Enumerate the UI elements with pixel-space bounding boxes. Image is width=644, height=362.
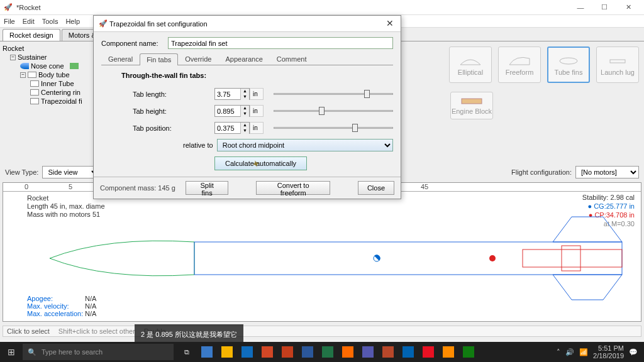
taskbar-apps: ⧉ bbox=[177, 343, 478, 361]
edit-icon[interactable] bbox=[70, 63, 79, 69]
taskview-icon[interactable]: ⧉ bbox=[177, 343, 196, 361]
collapse-icon[interactable]: − bbox=[10, 55, 16, 60]
menu-file[interactable]: File bbox=[4, 18, 15, 25]
minimize-button[interactable]: — bbox=[569, 0, 592, 15]
palette-freeform[interactable]: Freeform bbox=[498, 47, 541, 83]
rocket-canvas[interactable]: 051015202530354045 Rocket Length 45 in, … bbox=[3, 182, 641, 322]
down-arrow-icon[interactable]: ▼ bbox=[240, 94, 249, 100]
tab-length-input[interactable] bbox=[215, 90, 240, 98]
centering-ring-icon bbox=[30, 89, 39, 96]
relative-to-select[interactable]: Root chord midpoint bbox=[217, 139, 393, 151]
view-type-select[interactable]: Side view bbox=[42, 166, 100, 178]
app-icon-8[interactable] bbox=[338, 343, 357, 361]
elliptical-icon bbox=[459, 53, 482, 66]
collapse-icon[interactable]: − bbox=[20, 72, 26, 78]
window-title: *Rocket bbox=[16, 4, 569, 11]
tab-comment[interactable]: Comment bbox=[270, 53, 314, 65]
app-icon-9[interactable] bbox=[358, 343, 377, 361]
menu-help[interactable]: Help bbox=[65, 18, 80, 25]
down-arrow-icon[interactable]: ▼ bbox=[240, 128, 249, 134]
tab-height-label: Tab height: bbox=[133, 107, 214, 115]
split-fins-button[interactable]: Split fins bbox=[186, 181, 229, 195]
app-icon-3[interactable] bbox=[238, 343, 257, 361]
cg-value: ● CG:25.777 in bbox=[582, 202, 635, 211]
status-hint-2: Shift+click to select other bbox=[58, 327, 135, 335]
app-icon-5[interactable] bbox=[278, 343, 297, 361]
app-icon-12[interactable] bbox=[419, 343, 438, 361]
flight-config-select[interactable]: [No motors] bbox=[575, 166, 639, 178]
close-button[interactable]: ✕ bbox=[616, 0, 640, 15]
taskbar-clock[interactable]: 5:51 PM 2/18/2019 bbox=[593, 344, 624, 359]
app-icon-11[interactable] bbox=[399, 343, 418, 361]
app-icon-6[interactable] bbox=[298, 343, 317, 361]
tray-icon[interactable]: 🔊 bbox=[565, 348, 574, 356]
unit-label[interactable]: in bbox=[250, 88, 264, 100]
tab-position-label: Tab position: bbox=[133, 124, 214, 132]
tray-up-icon[interactable]: ˄ bbox=[557, 348, 560, 356]
down-arrow-icon[interactable]: ▼ bbox=[240, 111, 249, 117]
dialog-close-button[interactable]: ✕ bbox=[384, 18, 396, 30]
body-tube-icon bbox=[28, 72, 36, 78]
rocket-dims: Length 45 in, max. diame bbox=[27, 202, 105, 211]
palette-elliptical[interactable]: Elliptical bbox=[449, 47, 492, 83]
section-heading: Through-the-wall fin tabs: bbox=[121, 72, 393, 79]
tab-position-slider[interactable] bbox=[274, 122, 393, 134]
start-button[interactable]: ⊞ bbox=[0, 347, 23, 357]
component-name-label: Component name: bbox=[101, 40, 164, 47]
app-icon-1[interactable] bbox=[197, 343, 216, 361]
tab-position-input[interactable] bbox=[215, 124, 240, 132]
convert-freeform-button[interactable]: Convert to freeform bbox=[256, 181, 330, 195]
tube-fins-icon bbox=[557, 53, 580, 66]
svg-point-0 bbox=[560, 58, 577, 64]
app-icon-4[interactable] bbox=[258, 343, 277, 361]
tab-appearance[interactable]: Appearance bbox=[218, 53, 269, 65]
component-mass-label: Component mass: 145 g bbox=[100, 184, 175, 192]
unit-label[interactable]: in bbox=[250, 122, 264, 134]
app-icon-14[interactable] bbox=[459, 343, 478, 361]
cp-marker bbox=[489, 255, 496, 261]
notifications-icon[interactable]: 💬 bbox=[629, 348, 638, 356]
tab-height-slider[interactable] bbox=[274, 105, 393, 117]
up-arrow-icon[interactable]: ▲ bbox=[240, 89, 249, 94]
flight-info: Apogee:N/A Max. velocity:N/A Max. accele… bbox=[27, 295, 96, 317]
menu-edit[interactable]: Edit bbox=[23, 18, 35, 25]
tab-length-slider[interactable] bbox=[274, 88, 393, 100]
status-hint-1: Click to select bbox=[7, 327, 50, 335]
tab-length-spinner[interactable]: ▲▼ bbox=[214, 88, 250, 100]
tab-fin-tabs[interactable]: Fin tabs bbox=[140, 53, 178, 65]
windows-taskbar: ⊞ 🔍 Type here to search ⧉ ˄ 🔊 📶 5:51 PM … bbox=[0, 342, 644, 362]
tray-icon[interactable]: 📶 bbox=[579, 348, 588, 356]
up-arrow-icon[interactable]: ▲ bbox=[240, 106, 249, 111]
up-arrow-icon[interactable]: ▲ bbox=[240, 123, 249, 128]
palette-engine-block[interactable]: Engine Block bbox=[450, 92, 493, 119]
unit-label[interactable]: in bbox=[250, 105, 264, 117]
system-tray[interactable]: ˄ 🔊 📶 5:51 PM 2/18/2019 💬 bbox=[550, 344, 644, 359]
app-icon-10[interactable] bbox=[379, 343, 397, 361]
tab-rocket-design[interactable]: Rocket design bbox=[3, 29, 60, 41]
tab-height-spinner[interactable]: ▲▼ bbox=[214, 105, 250, 117]
tab-position-spinner[interactable]: ▲▼ bbox=[214, 122, 250, 134]
nose-cone-icon bbox=[20, 63, 29, 69]
maximize-button[interactable]: ☐ bbox=[592, 0, 616, 15]
app-icon-2[interactable] bbox=[218, 343, 236, 361]
engine-block-icon bbox=[460, 96, 483, 106]
menu-tools[interactable]: Tools bbox=[42, 18, 58, 25]
app-icon-13[interactable] bbox=[439, 343, 458, 361]
app-icon-7[interactable] bbox=[318, 343, 337, 361]
subtitle-line-1: 2 是 0.895 所以这就是我希望它 bbox=[141, 327, 237, 342]
svg-rect-3 bbox=[194, 242, 622, 275]
tab-height-input[interactable] bbox=[215, 107, 240, 115]
component-name-input[interactable] bbox=[168, 37, 393, 49]
search-placeholder: Type here to search bbox=[42, 348, 103, 356]
palette-tube-fins[interactable]: Tube fins bbox=[547, 47, 590, 83]
svg-rect-1 bbox=[610, 60, 625, 63]
dialog-titlebar[interactable]: 🚀 Trapezoidal fin set configuration ✕ bbox=[94, 16, 401, 32]
close-dialog-button[interactable]: Close bbox=[358, 181, 394, 195]
dialog-icon: 🚀 bbox=[99, 19, 108, 28]
tab-general[interactable]: General bbox=[101, 53, 140, 65]
svg-rect-4 bbox=[523, 250, 622, 267]
window-titlebar: 🚀 *Rocket — ☐ ✕ bbox=[0, 0, 644, 15]
tab-override[interactable]: Override bbox=[178, 53, 218, 65]
taskbar-search[interactable]: 🔍 Type here to search bbox=[23, 344, 174, 360]
palette-launch-lug[interactable]: Launch lug bbox=[596, 47, 639, 83]
